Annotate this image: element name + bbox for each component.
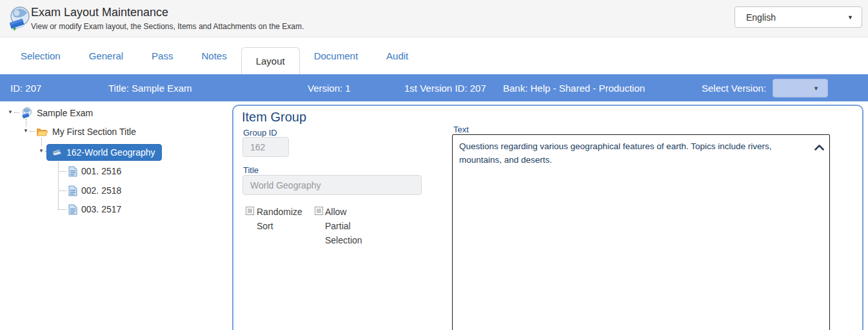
tree-node-label: My First Section Title (52, 127, 136, 137)
layout-content: ▼ ▼ ▼ Sample Exam (0, 101, 868, 330)
tree-node-item-3[interactable]: 003. 2517 (68, 201, 121, 217)
tree-node-item-1[interactable]: 001. 2516 (68, 163, 121, 179)
tab-document[interactable]: Document (300, 50, 372, 61)
exam-info-bar: ID: 207 Title: Sample Exam Version: 1 1s… (0, 74, 868, 101)
tab-audit[interactable]: Audit (372, 50, 422, 61)
text-label: Text (453, 125, 469, 134)
group-id-input[interactable] (242, 137, 289, 157)
item-group-panel: Item Group Group ID Title Randomize Sort… (232, 105, 863, 330)
tab-layout[interactable]: Layout (241, 47, 300, 74)
tree-node-item-group-selected[interactable]: 162-World Geography (46, 144, 162, 161)
text-textarea[interactable]: Questions regarding various geographical… (452, 134, 830, 330)
scroll-up-chevron-icon[interactable] (813, 142, 825, 152)
document-icon (68, 204, 77, 215)
tree-node-label: 002. 2518 (81, 185, 121, 196)
panel-heading: Item Group (242, 110, 306, 125)
tab-selection[interactable]: Selection (6, 50, 75, 61)
page-subtitle: View or modify Exam layout, the Sections… (31, 22, 304, 31)
exam-globe-book-icon (21, 107, 33, 119)
exam-bank: Bank: Help - Shared - Production (503, 83, 645, 94)
select-version-label: Select Version: (702, 83, 766, 94)
exam-title: Title: Sample Exam (108, 83, 192, 94)
tree-connector (58, 162, 59, 209)
open-folder-icon (36, 127, 48, 137)
checkbox-disabled-fill (317, 209, 321, 213)
tree-connector (58, 209, 66, 210)
tree-connector (14, 112, 19, 113)
tree-connector (30, 131, 35, 132)
randomize-sort-label: Randomize Sort (257, 205, 311, 233)
tab-pass[interactable]: Pass (137, 50, 187, 61)
tree-connector (58, 191, 66, 191)
exam-first-version-id: 1st Version ID: 207 (404, 83, 486, 94)
tree-connector (58, 171, 66, 172)
language-dropdown[interactable]: English ▼ (735, 6, 862, 28)
tree-expander-group[interactable]: ▼ (39, 148, 44, 154)
book-icon (52, 149, 62, 157)
tab-notes[interactable]: Notes (187, 50, 241, 61)
exam-globe-book-icon (6, 5, 32, 32)
randomize-sort-checkbox[interactable] (246, 207, 254, 215)
tree-expander-section[interactable]: ▼ (23, 128, 28, 134)
allow-partial-selection-label: Allow Partial Selection (325, 205, 369, 247)
group-id-label: Group ID (243, 128, 277, 138)
exam-id: ID: 207 (10, 83, 41, 94)
exam-version: Version: 1 (308, 83, 351, 94)
language-dropdown-value: English (746, 12, 776, 23)
checkbox-disabled-fill (248, 209, 252, 213)
tab-bar: Selection General Pass Notes Layout Docu… (0, 37, 868, 74)
tree-expander-root[interactable]: ▼ (8, 109, 13, 115)
tree-node-item-2[interactable]: 002. 2518 (68, 183, 121, 198)
allow-partial-selection-checkbox[interactable] (315, 207, 323, 215)
tree-node-exam[interactable]: Sample Exam (21, 105, 93, 121)
page-title: Exam Layout Maintenance (31, 6, 168, 19)
title-input[interactable] (242, 175, 422, 195)
tree-node-label: 001. 2516 (81, 166, 121, 176)
title-label: Title (243, 165, 259, 175)
tree-node-label: Sample Exam (37, 108, 93, 118)
select-version-dropdown[interactable]: ▼ (773, 79, 828, 98)
tree-node-section[interactable]: My First Section Title (36, 124, 136, 139)
tree-node-label: 003. 2517 (81, 204, 121, 214)
document-icon (68, 166, 77, 177)
document-icon (68, 185, 77, 196)
app-header: Exam Layout Maintenance View or modify E… (0, 0, 868, 37)
tab-general[interactable]: General (75, 50, 137, 61)
chevron-down-icon: ▼ (847, 14, 853, 21)
tree-node-label: 162-World Geography (66, 147, 155, 158)
chevron-down-icon: ▼ (813, 85, 819, 92)
